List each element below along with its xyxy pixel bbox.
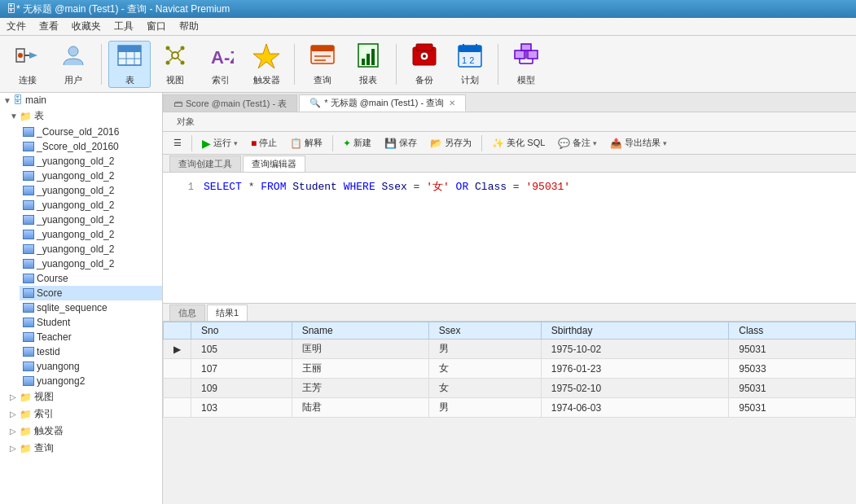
export-dropdown-icon[interactable]: ▾ <box>663 139 667 147</box>
menu-favorites[interactable]: 收藏夹 <box>72 20 101 33</box>
table-row-testid[interactable]: testid <box>20 344 162 359</box>
subtab-editor[interactable]: 查询编辑器 <box>243 156 305 172</box>
row-indicator-1 <box>164 359 191 379</box>
code-editor[interactable]: 1 SELECT * FROM Student WHERE <box>163 173 856 303</box>
comment-button[interactable]: 💬 备注 ▾ <box>552 134 603 151</box>
toolbar-model[interactable]: 模型 <box>505 41 547 88</box>
table-icon-yuangong <box>23 362 34 371</box>
menu-help[interactable]: 帮助 <box>179 20 199 33</box>
table-name-student: Student <box>37 317 70 328</box>
th-sno[interactable]: Sno <box>191 322 292 340</box>
table-row-student[interactable]: Student <box>20 315 162 330</box>
table-icon-9 <box>23 259 34 269</box>
tab-query-close[interactable]: ✕ <box>449 99 455 107</box>
table-row-yuangong[interactable]: yuangong <box>20 359 162 374</box>
run-label: 运行 <box>213 137 231 149</box>
save-button[interactable]: 💾 保存 <box>379 134 423 151</box>
explain-button[interactable]: 📋 解释 <box>284 134 328 151</box>
table-row-course-old[interactable]: _Course_old_2016 <box>20 125 162 139</box>
table-name-4: _yuangong_old_2 <box>37 185 114 196</box>
run-dropdown-icon[interactable]: ▾ <box>234 139 238 147</box>
result-tab-result1[interactable]: 结果1 <box>207 305 248 321</box>
toolbar-index[interactable]: A-Z 索引 <box>200 41 242 88</box>
toolbar-report[interactable]: 报表 <box>347 41 389 88</box>
menu-window[interactable]: 窗口 <box>147 20 166 33</box>
table-label: 表 <box>125 74 134 86</box>
results-table-container: Sno Sname Ssex Sbirthday Class ▶ <box>163 322 856 504</box>
table-row-score[interactable]: Score <box>20 286 162 300</box>
toolbar-schedule[interactable]: 1 2 计划 <box>449 41 491 88</box>
query-label: 查询 <box>314 74 331 86</box>
sidebar-item-queries[interactable]: ▷ 📁 查询 <box>7 440 162 457</box>
tab-score-table[interactable]: 🗃 Score @main (Test1) - 表 <box>163 94 297 112</box>
table-row-yuangong-2[interactable]: _yuangong_old_2 <box>20 183 162 198</box>
table-icon-6 <box>23 215 34 225</box>
th-sbirthday[interactable]: Sbirthday <box>541 322 728 340</box>
menu-view[interactable]: 查看 <box>39 20 59 33</box>
row-indicator-2 <box>164 379 191 398</box>
sidebar-item-main[interactable]: ▼ 🗄 main <box>0 93 162 107</box>
result-tab-info[interactable]: 信息 <box>169 305 205 321</box>
table-row-yuangong-6[interactable]: _yuangong_old_2 <box>20 242 162 256</box>
toolbar-connect[interactable]: 连接 <box>7 41 49 88</box>
kw-field-ssex: Ssex <box>382 181 407 193</box>
export-icon: 📤 <box>610 138 622 149</box>
th-ssex[interactable]: Ssex <box>428 322 541 340</box>
svg-line-18 <box>169 58 173 61</box>
object-btn[interactable]: 对象 <box>169 114 202 129</box>
table-row-yuangong-0[interactable]: _yuangong_old_2 <box>20 154 162 169</box>
table-row-yuangong2[interactable]: yuangong2 <box>20 374 162 388</box>
table-row[interactable]: 109 王芳 女 1975-02-10 95031 <box>164 379 856 398</box>
sidebar-item-tables[interactable]: ▼ 📁 表 <box>7 107 162 125</box>
toolbar-query[interactable]: 查询 <box>301 41 344 88</box>
table-row-course[interactable]: Course <box>20 271 162 286</box>
tab-query[interactable]: 🔍 * 无标题 @main (Test1) - 查询 ✕ <box>299 94 466 112</box>
sidebar-item-indexes[interactable]: ▷ 📁 索引 <box>7 405 162 423</box>
table-row[interactable]: 103 陆君 男 1974-06-03 95031 <box>164 398 856 418</box>
expand-main[interactable]: ▼ <box>3 96 13 105</box>
th-sname[interactable]: Sname <box>292 322 428 340</box>
svg-point-4 <box>68 46 78 56</box>
export-button[interactable]: 📤 导出结果 ▾ <box>604 134 673 151</box>
table-row-score-old[interactable]: _Score_old_20160 <box>20 139 162 154</box>
table-row[interactable]: ▶ 105 匡明 男 1975-10-02 95031 <box>164 340 856 359</box>
toolbar-user[interactable]: 用户 <box>52 41 94 88</box>
table-row[interactable]: 107 王丽 女 1976-01-23 95033 <box>164 359 856 379</box>
menu-tools[interactable]: 工具 <box>114 20 134 33</box>
comment-dropdown-icon[interactable]: ▾ <box>593 139 597 147</box>
beautify-button[interactable]: ✨ 美化 SQL <box>486 134 551 151</box>
svg-point-15 <box>181 60 185 64</box>
new-button[interactable]: ✦ 新建 <box>337 134 377 151</box>
toolbar-backup[interactable]: 备份 <box>403 41 446 88</box>
th-class[interactable]: Class <box>729 322 856 340</box>
run-button[interactable]: ▶ 运行 ▾ <box>196 134 244 152</box>
subtab-editor-label: 查询编辑器 <box>252 159 296 169</box>
kw-star: * <box>248 181 255 193</box>
backup-icon <box>411 42 437 72</box>
sidebar-item-triggers[interactable]: ▷ 📁 触发器 <box>7 423 162 440</box>
table-icon-5 <box>23 200 34 210</box>
table-row-yuangong-5[interactable]: _yuangong_old_2 <box>20 227 162 242</box>
menu-file[interactable]: 文件 <box>7 20 26 33</box>
table-row-yuangong-1[interactable]: _yuangong_old_2 <box>20 169 162 183</box>
table-row-yuangong-4[interactable]: _yuangong_old_2 <box>20 213 162 227</box>
stop-button[interactable]: ■ 停止 <box>245 134 283 151</box>
menu-icon-btn[interactable]: ☰ <box>168 135 187 151</box>
cell-sname-0: 匡明 <box>292 340 428 359</box>
toolbar-view[interactable]: 视图 <box>154 41 196 88</box>
table-row-teacher[interactable]: Teacher <box>20 330 162 344</box>
queries-label: 查询 <box>34 441 54 455</box>
sidebar-item-views[interactable]: ▷ 📁 视图 <box>7 388 162 405</box>
table-row-yuangong-3[interactable]: _yuangong_old_2 <box>20 198 162 213</box>
table-row-yuangong-7[interactable]: _yuangong_old_2 <box>20 256 162 271</box>
toolbar-trigger[interactable]: 触发器 <box>245 41 288 88</box>
toolbar-table[interactable]: 表 <box>108 41 151 88</box>
saveas-button[interactable]: 📂 另存为 <box>424 134 477 151</box>
subtab-builder[interactable]: 查询创建工具 <box>169 156 241 172</box>
svg-point-11 <box>172 52 178 59</box>
table-name-0: _Course_old_2016 <box>37 126 119 138</box>
cell-sno-3: 103 <box>191 398 292 418</box>
table-name-yuangong: yuangong <box>37 361 80 372</box>
table-row-sqlite-seq[interactable]: sqlite_sequence <box>20 300 162 315</box>
view-label: 视图 <box>166 74 184 86</box>
